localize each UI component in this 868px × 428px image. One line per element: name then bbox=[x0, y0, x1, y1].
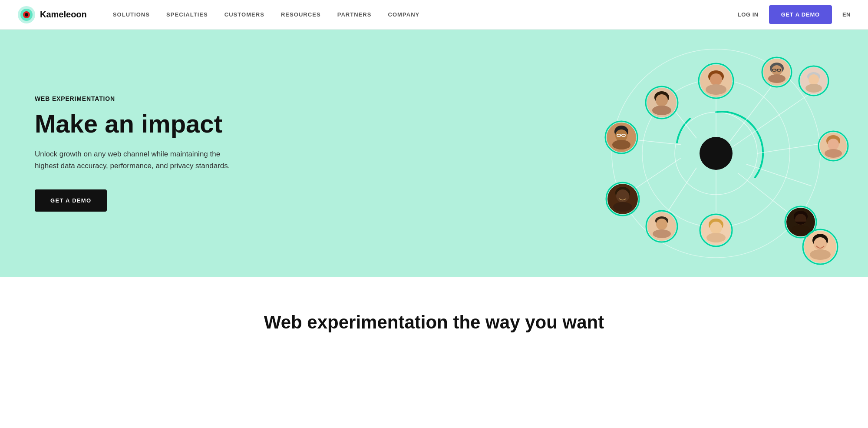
nav-link-specialties[interactable]: SPECIALTIES bbox=[166, 11, 208, 18]
svg-point-59 bbox=[613, 202, 632, 212]
nav-link-solutions[interactable]: SOLUTIONS bbox=[113, 11, 150, 18]
nav-link-company[interactable]: COMPANY bbox=[388, 11, 420, 18]
hero-subtitle: Unlock growth on any web channel while m… bbox=[35, 148, 234, 172]
svg-point-3 bbox=[25, 13, 28, 17]
logo-link[interactable]: Kameleoon bbox=[17, 6, 87, 24]
login-link[interactable]: LOG IN bbox=[738, 11, 759, 18]
logo-icon bbox=[17, 6, 36, 24]
bottom-section: Web experimentation the way you want bbox=[0, 277, 868, 350]
navbar: Kameleoon SOLUTIONS SPECIALTIES CUSTOMER… bbox=[0, 0, 868, 30]
svg-point-7 bbox=[700, 137, 733, 170]
svg-point-46 bbox=[652, 106, 671, 115]
svg-point-64 bbox=[653, 229, 671, 238]
svg-line-15 bbox=[662, 168, 696, 221]
language-selector[interactable]: EN bbox=[842, 11, 851, 18]
svg-point-79 bbox=[810, 249, 831, 260]
svg-point-69 bbox=[706, 233, 726, 242]
svg-point-31 bbox=[768, 74, 785, 83]
hero-eyebrow: WEB EXPERIMENTATION bbox=[35, 95, 234, 102]
hero-content: WEB EXPERIMENTATION Make an impact Unloc… bbox=[35, 95, 234, 211]
svg-point-40 bbox=[828, 139, 839, 150]
svg-point-63 bbox=[656, 219, 667, 230]
svg-point-41 bbox=[825, 149, 842, 158]
svg-point-23 bbox=[706, 84, 726, 95]
demo-button-nav[interactable]: GET A DEMO bbox=[769, 5, 832, 24]
svg-point-36 bbox=[805, 84, 822, 93]
hero-cta-button[interactable]: GET A DEMO bbox=[35, 189, 107, 212]
svg-point-35 bbox=[809, 74, 819, 85]
svg-point-74 bbox=[792, 225, 810, 234]
svg-point-54 bbox=[612, 140, 630, 149]
nav-links: SOLUTIONS SPECIALTIES CUSTOMERS RESOURCE… bbox=[113, 11, 738, 18]
logo-text: Kameleoon bbox=[40, 10, 87, 20]
svg-point-22 bbox=[710, 73, 722, 86]
hero-title: Make an impact bbox=[35, 110, 234, 138]
nav-link-partners[interactable]: PARTNERS bbox=[337, 11, 372, 18]
svg-line-10 bbox=[733, 93, 812, 147]
nav-link-customers[interactable]: CUSTOMERS bbox=[224, 11, 264, 18]
bottom-title: Web experimentation the way you want bbox=[17, 312, 851, 333]
hero-section: WEB EXPERIMENTATION Make an impact Unloc… bbox=[0, 30, 868, 277]
svg-point-45 bbox=[656, 94, 668, 106]
network-svg bbox=[564, 30, 868, 277]
nav-right: LOG IN GET A DEMO EN bbox=[738, 5, 851, 24]
nav-link-resources[interactable]: RESOURCES bbox=[281, 11, 321, 18]
svg-point-58 bbox=[616, 189, 629, 202]
hero-visual bbox=[564, 30, 868, 277]
svg-point-68 bbox=[710, 222, 722, 234]
